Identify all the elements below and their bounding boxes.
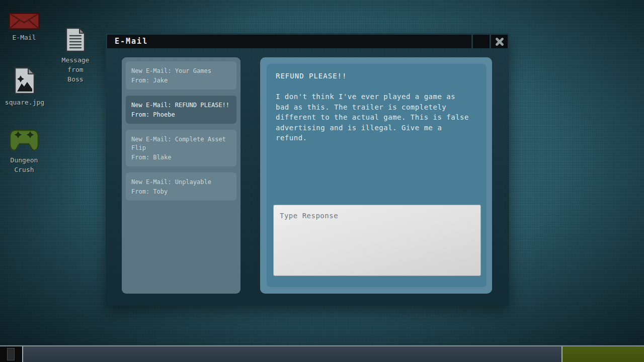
window-body: New E-Mail: Your Games From: Jake New E-… (107, 48, 508, 304)
email-subject: New E-Mail: Unplayable (131, 178, 231, 187)
desktop-icon-email[interactable]: E-Mail (3, 13, 45, 42)
desktop-icon-label: square.jpg (4, 98, 46, 107)
email-list-item[interactable]: New E-Mail: Unplayable From: Toby (126, 172, 236, 201)
email-from: From: Phoebe (131, 111, 231, 119)
desktop-icon-label: E-Mail (3, 33, 45, 42)
email-list-item-selected[interactable]: New E-Mail: REFUND PLEASE!! From: Phoebe (126, 96, 236, 124)
email-list-item[interactable]: New E-Mail: Your Games From: Jake (126, 61, 236, 89)
email-list-panel: New E-Mail: Your Games From: Jake New E-… (122, 57, 240, 294)
email-subject: New E-Mail: Your Games (131, 67, 231, 75)
desktop: E-Mail Message from Boss square.jpg (0, 0, 644, 362)
open-email-body: I don't think I've ever played a game as… (276, 92, 477, 143)
email-from: From: Jake (131, 76, 231, 85)
open-email-subject: REFUND PLEASE!! (276, 72, 477, 80)
taskbar-start-tile[interactable] (0, 346, 22, 362)
window-titlebar: E-Mail (107, 35, 508, 48)
email-window: E-Mail New E-Mail: Your Games From: Jake (106, 33, 509, 306)
reading-pane-frame: REFUND PLEASE!! I don't think I've ever … (260, 57, 492, 294)
taskbar (0, 345, 644, 362)
minimize-button[interactable] (473, 35, 490, 48)
red-envelope-icon (9, 13, 40, 30)
desktop-icon-dungeon-crush[interactable]: Dungeon Crush (3, 127, 45, 174)
desktop-icon-label: Message from Boss (60, 55, 91, 84)
green-gamepad-icon (8, 127, 41, 152)
email-from: From: Blake (131, 153, 231, 162)
taskbar-accent-tile[interactable] (562, 346, 644, 362)
email-from: From: Toby (131, 188, 231, 196)
desktop-icon-label: Dungeon Crush (3, 155, 45, 174)
response-input[interactable] (273, 205, 481, 276)
app-tile-icon (7, 348, 15, 360)
close-x-icon (494, 36, 505, 47)
email-list-item[interactable]: New E-Mail: Complete Asset Flip From: Bl… (126, 130, 236, 166)
email-subject: New E-Mail: Complete Asset Flip (131, 135, 231, 152)
email-subject: New E-Mail: REFUND PLEASE!! (131, 101, 231, 110)
desktop-icon-boss-message[interactable]: Message from Boss (54, 27, 97, 84)
taskbar-main (23, 346, 561, 362)
image-file-icon (14, 67, 35, 95)
screen: E-Mail Message from Boss square.jpg (0, 0, 644, 362)
desktop-icon-square-jpg[interactable]: square.jpg (4, 67, 46, 107)
document-icon (65, 27, 86, 52)
reading-pane: REFUND PLEASE!! I don't think I've ever … (267, 64, 487, 287)
close-button[interactable] (491, 35, 508, 48)
window-title[interactable]: E-Mail (107, 35, 471, 48)
